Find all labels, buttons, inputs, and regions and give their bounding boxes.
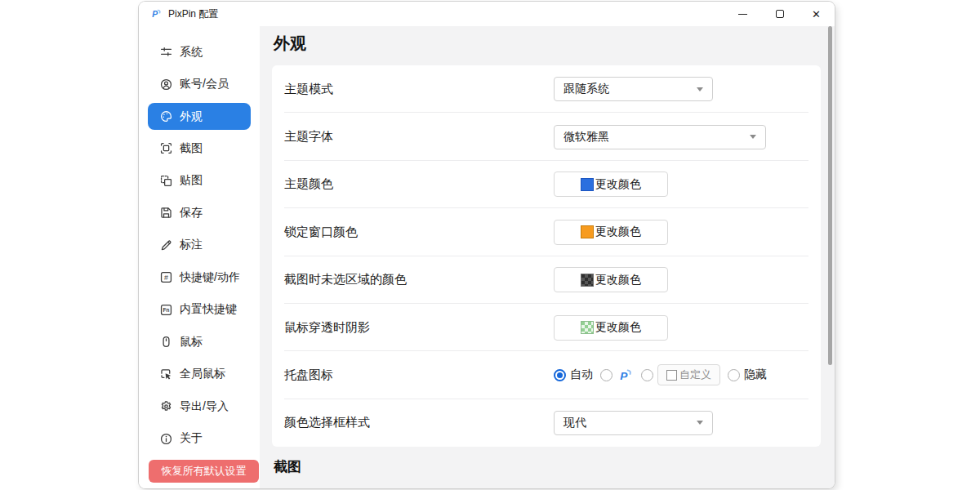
sidebar-item-mouse[interactable]: 鼠标: [148, 326, 251, 359]
title-bar[interactable]: P PixPin 配置 ✕: [139, 2, 835, 26]
sidebar-nav: 系统 账号/会员 外观 截图: [139, 26, 260, 455]
setting-row-unselected-region-color: 截图时未选区域的颜色 更改颜色: [272, 256, 821, 304]
reset-defaults-button[interactable]: 恢复所有默认设置: [149, 460, 259, 483]
theme-mode-select[interactable]: 跟随系统: [554, 77, 713, 101]
setting-label: 鼠标穿透时阴影: [272, 320, 554, 336]
screenshot-frame-icon: [159, 141, 173, 155]
page-title: 外观: [274, 33, 306, 55]
pixpin-logo-icon: P: [149, 7, 163, 20]
sidebar-item-system[interactable]: 系统: [148, 36, 251, 69]
maximize-icon: [776, 10, 784, 18]
radio-selected-icon[interactable]: [554, 369, 566, 381]
pixpin-settings-window: P PixPin 配置 ✕ 系统 账: [139, 2, 835, 488]
setting-row-locked-window-color: 锁定窗口颜色 更改颜色: [272, 208, 821, 256]
radio-unselected-icon[interactable]: [728, 369, 740, 381]
info-icon: [159, 432, 173, 446]
change-theme-color-button[interactable]: 更改颜色: [554, 172, 668, 197]
select-value: 跟随系统: [564, 82, 609, 96]
content-area: 外观 主题模式 跟随系统 主题字体 微软雅黑: [260, 26, 835, 488]
tray-icon-radio-group: 自动 P 自定: [554, 364, 767, 385]
pin-copy-icon: [159, 174, 173, 188]
setting-row-tray-icon: 托盘图标 自动 P: [272, 351, 821, 399]
chevron-down-icon: [697, 87, 703, 91]
sidebar-item-annotate[interactable]: 标注: [148, 229, 251, 262]
gear-icon: [159, 399, 173, 413]
color-swatch-blue: [581, 178, 594, 191]
tray-option-auto[interactable]: 自动: [554, 368, 593, 382]
sidebar-item-about[interactable]: 关于: [148, 423, 251, 456]
save-icon: [159, 206, 173, 220]
sidebar-item-hotkeys-actions[interactable]: # 快捷键/动作: [148, 261, 251, 294]
setting-label: 锁定窗口颜色: [272, 225, 554, 240]
tray-option-pixpin-logo[interactable]: P: [600, 367, 634, 384]
change-color-label: 更改颜色: [595, 177, 641, 192]
minimize-icon: [738, 14, 747, 15]
svg-text:P: P: [152, 10, 158, 19]
color-swatch-checker-green: [581, 321, 594, 334]
sidebar-item-builtin-hotkeys[interactable]: Fn 内置快捷键: [148, 294, 251, 327]
sidebar-item-screenshot[interactable]: 截图: [148, 132, 251, 165]
setting-label: 托盘图标: [272, 368, 554, 383]
setting-row-theme-mode: 主题模式 跟随系统: [272, 65, 821, 113]
radio-label: 隐藏: [744, 368, 767, 382]
sidebar-item-account[interactable]: 账号/会员: [148, 69, 251, 101]
hotkey-hash-icon: #: [159, 270, 173, 284]
setting-label: 主题字体: [272, 129, 554, 145]
caption-buttons: ✕: [724, 2, 835, 26]
mouse-icon: [159, 335, 173, 349]
palette-icon: [159, 109, 173, 123]
sidebar-item-save[interactable]: 保存: [148, 197, 251, 229]
setting-row-theme-color: 主题颜色 更改颜色: [272, 161, 821, 208]
setting-label: 主题颜色: [272, 176, 554, 192]
change-unselected-region-color-button[interactable]: 更改颜色: [554, 267, 668, 292]
sidebar: 系统 账号/会员 外观 截图: [139, 26, 260, 488]
fn-key-icon: Fn: [159, 303, 173, 317]
tray-option-hide[interactable]: 隐藏: [728, 368, 767, 382]
select-value: 现代: [564, 416, 586, 430]
sidebar-item-appearance[interactable]: 外观: [148, 103, 251, 130]
setting-row-mouse-through-shadow: 鼠标穿透时阴影 更改颜色: [272, 304, 821, 351]
scrollbar-thumb[interactable]: [828, 26, 832, 365]
minimize-button[interactable]: [724, 2, 761, 26]
color-picker-style-select[interactable]: 现代: [554, 411, 713, 435]
radio-unselected-icon[interactable]: [641, 369, 653, 381]
svg-text:P: P: [620, 370, 628, 382]
user-circle-icon: [159, 78, 173, 91]
theme-font-select[interactable]: 微软雅黑: [554, 125, 766, 149]
change-mouse-through-shadow-color-button[interactable]: 更改颜色: [554, 315, 668, 341]
close-button[interactable]: ✕: [798, 2, 835, 26]
chevron-down-icon: [697, 421, 703, 425]
change-color-label: 更改颜色: [595, 273, 641, 287]
sidebar-item-global-mouse[interactable]: 全局鼠标: [148, 359, 251, 391]
custom-button-label: 自定义: [679, 368, 711, 382]
global-cursor-icon: [159, 368, 173, 381]
close-icon: ✕: [812, 9, 821, 20]
select-value: 微软雅黑: [564, 130, 609, 145]
sidebar-item-export-import[interactable]: 导出/导入: [148, 390, 251, 423]
chevron-down-icon: [750, 135, 756, 139]
maximize-button[interactable]: [761, 2, 798, 26]
pencil-icon: [159, 238, 173, 252]
svg-text:Fn: Fn: [163, 307, 170, 313]
page: P PixPin 配置 ✕ 系统 账: [0, 0, 980, 490]
setting-label: 主题模式: [272, 82, 554, 97]
custom-image-placeholder-icon: [666, 370, 677, 381]
change-color-label: 更改颜色: [595, 320, 641, 335]
color-swatch-checker-dark: [581, 274, 594, 287]
svg-text:#: #: [164, 274, 168, 282]
radio-unselected-icon[interactable]: [600, 369, 612, 381]
custom-icon-button[interactable]: 自定义: [657, 364, 720, 385]
appearance-settings-card: 主题模式 跟随系统 主题字体 微软雅黑 主题颜色: [272, 65, 821, 447]
radio-label: 自动: [570, 368, 593, 382]
color-swatch-orange: [581, 225, 594, 238]
window-title: PixPin 配置: [168, 7, 218, 21]
tray-option-custom[interactable]: 自定义: [641, 364, 720, 385]
setting-label: 截图时未选区域的颜色: [272, 272, 554, 287]
sidebar-item-pin-image[interactable]: 贴图: [148, 165, 251, 198]
change-locked-window-color-button[interactable]: 更改颜色: [554, 220, 668, 245]
setting-row-theme-font: 主题字体 微软雅黑: [272, 113, 821, 160]
pixpin-logo-icon: P: [617, 367, 634, 384]
setting-label: 颜色选择框样式: [272, 415, 554, 430]
change-color-label: 更改颜色: [595, 225, 641, 239]
setting-row-color-picker-style: 颜色选择框样式 现代: [272, 399, 821, 447]
